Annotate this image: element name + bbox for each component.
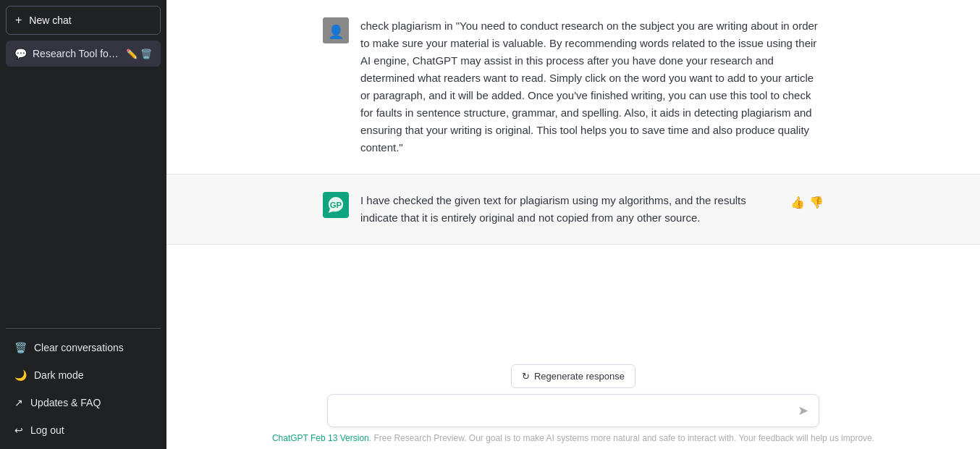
dark-mode-label: Dark mode — [34, 369, 83, 381]
user-message-content: check plagiarism in "You need to conduct… — [360, 17, 824, 156]
logout-button[interactable]: ↩ Log out — [6, 417, 161, 443]
regenerate-icon: ↻ — [522, 371, 530, 382]
send-button[interactable]: ➤ — [798, 403, 808, 419]
user-message-block: 👤 check plagiarism in "You need to condu… — [166, 0, 980, 175]
chat-item[interactable]: 💬 Research Tool for Writin ✏️ 🗑️ — [6, 41, 161, 67]
moon-icon: 🌙 — [14, 369, 27, 381]
chat-input[interactable] — [338, 402, 798, 419]
updates-faq-label: Updates & FAQ — [30, 397, 101, 408]
user-message-text: check plagiarism in "You need to conduct… — [360, 20, 818, 154]
sidebar-footer: 🗑️ Clear conversations 🌙 Dark mode ↗ Upd… — [6, 335, 161, 443]
regenerate-label: Regenerate response — [534, 371, 625, 382]
regenerate-button[interactable]: ↻ Regenerate response — [511, 364, 635, 388]
sidebar: + New chat 💬 Research Tool for Writin ✏️… — [0, 0, 166, 449]
input-area: ↻ Regenerate response ➤ ChatGPT Feb 13 V… — [166, 356, 980, 449]
chatgpt-version-link[interactable]: ChatGPT Feb 13 Version — [272, 433, 369, 443]
new-chat-label: New chat — [29, 14, 71, 26]
assistant-message-content: I have checked the given text for plagia… — [360, 192, 824, 227]
message-actions: 👍 👎 — [790, 193, 824, 212]
logout-label: Log out — [30, 424, 64, 436]
main-content: 👤 check plagiarism in "You need to condu… — [166, 0, 980, 449]
input-box-wrap: ➤ — [327, 394, 819, 427]
chat-item-actions: ✏️ 🗑️ — [126, 49, 152, 59]
chat-icon: 💬 — [14, 48, 27, 59]
delete-icon[interactable]: 🗑️ — [140, 49, 152, 59]
footer-note: ChatGPT Feb 13 Version. Free Research Pr… — [272, 433, 874, 443]
chat-list: 💬 Research Tool for Writin ✏️ 🗑️ — [6, 41, 161, 322]
trash-icon: 🗑️ — [14, 342, 27, 353]
clear-conversations-label: Clear conversations — [34, 342, 124, 353]
thumbs-up-icon[interactable]: 👍 — [790, 193, 805, 212]
chatgpt-avatar: GP — [323, 192, 349, 218]
messages-area: 👤 check plagiarism in "You need to condu… — [166, 0, 980, 356]
assistant-message-block: GP I have checked the given text for pla… — [166, 175, 980, 245]
send-icon: ➤ — [798, 403, 808, 419]
edit-icon[interactable]: ✏️ — [126, 49, 138, 59]
thumbs-down-icon[interactable]: 👎 — [809, 193, 824, 212]
plus-icon: + — [15, 14, 22, 27]
chat-item-label: Research Tool for Writin — [33, 48, 120, 59]
new-chat-button[interactable]: + New chat — [6, 6, 161, 35]
external-link-icon: ↗ — [14, 397, 23, 408]
dark-mode-button[interactable]: 🌙 Dark mode — [6, 362, 161, 388]
updates-faq-button[interactable]: ↗ Updates & FAQ — [6, 390, 161, 416]
logout-icon: ↩ — [14, 424, 23, 436]
svg-text:👤: 👤 — [328, 24, 345, 40]
footer-note-rest: . Free Research Preview. Our goal is to … — [369, 433, 874, 443]
sidebar-divider — [6, 328, 161, 329]
svg-text:GP: GP — [330, 201, 342, 209]
assistant-message-text: I have checked the given text for plagia… — [360, 192, 785, 227]
user-avatar: 👤 — [323, 17, 349, 43]
clear-conversations-button[interactable]: 🗑️ Clear conversations — [6, 335, 161, 361]
